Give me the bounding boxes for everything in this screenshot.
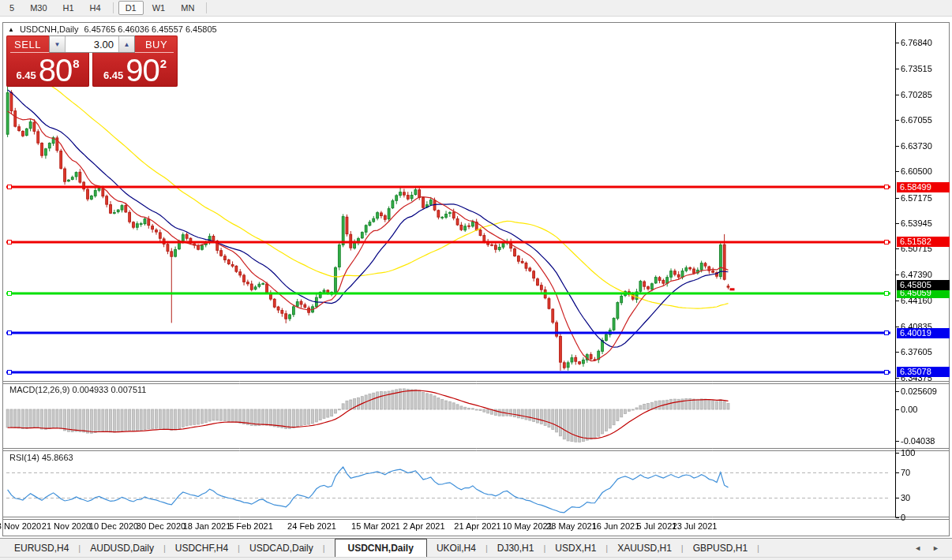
chart-tab-dj30-h1[interactable]: DJ30,H1 [493, 539, 551, 557]
time-axis-label: 5 Jul 2021 [637, 521, 677, 531]
sell-button[interactable]: SELL [6, 35, 49, 53]
toolbar-separator [206, 2, 207, 13]
tab-scroll-right-icon[interactable]: ► [932, 544, 939, 552]
price-axis-tick: 6.70285 [901, 90, 932, 99]
volume-increase-icon[interactable]: ▲ [118, 36, 134, 52]
chart-tab-usdchf-h4[interactable]: USDCHF,H4 [171, 539, 245, 557]
one-click-trade-panel: SELL 6.45 80 8 BUY 6.45 90 2 ▼ 3.00 ▲ [6, 35, 178, 87]
price-chart-canvas[interactable] [0, 22, 952, 536]
price-axis-tick: 6.76840 [901, 38, 932, 47]
timeframe-button-5[interactable]: 5 [2, 1, 21, 15]
chart-tab-usdx-h1[interactable]: USDX,H1 [550, 539, 613, 557]
price-axis-tick: 6.53945 [901, 218, 932, 228]
time-axis-label: 21 Nov 2020 [42, 521, 91, 531]
macd-axis-tick: -0.04038 [901, 436, 935, 446]
price-axis-tick: 6.60500 [901, 166, 932, 176]
tab-scroll-arrows: ◄► [914, 539, 952, 557]
chart-tab-audusd-daily[interactable]: AUDUSD,Daily [85, 539, 171, 557]
timeframe-button-m30[interactable]: M30 [23, 1, 54, 15]
sell-price-button[interactable]: 6.45 80 8 [6, 53, 89, 87]
sell-price-big: 80 [39, 54, 73, 86]
chart-tab-usdcnh-daily[interactable]: USDCNH,Daily [335, 539, 427, 557]
tab-scroll-left-icon[interactable]: ◄ [914, 544, 921, 552]
chart-window: ▲ USDCNH,Daily 6.45765 6.46036 6.45557 6… [0, 22, 952, 536]
price-axis-tick: 6.57175 [901, 193, 932, 203]
buy-price-button[interactable]: 6.45 90 2 [92, 53, 178, 87]
current-price-badge: 6.45805 [897, 280, 950, 290]
chart-symbol-label: USDCNH,Daily [20, 24, 79, 34]
chart-tab-usdcad-daily[interactable]: USDCAD,Daily [245, 539, 330, 557]
chart-tab-eurusd-h4[interactable]: EURUSD,H4 [9, 539, 85, 557]
time-axis-label: 5 Feb 2021 [229, 521, 273, 531]
chart-tab-gbpusd-h1[interactable]: GBPUSD,H1 [688, 539, 764, 557]
bottom-strip [0, 557, 952, 560]
toolbar-separator [113, 2, 114, 13]
price-axis-tick: 6.67055 [901, 115, 932, 125]
rsi-axis-tick: 30 [901, 493, 910, 502]
sell-price-sup: 8 [73, 57, 79, 70]
chart-tab-bar: EURUSD,H4AUDUSD,DailyUSDCHF,H4USDCAD,Dai… [0, 538, 952, 557]
buy-button[interactable]: BUY [135, 35, 178, 53]
level-price-badge: 6.40019 [897, 328, 950, 338]
timeframe-button-mn[interactable]: MN [174, 1, 201, 15]
time-axis-label: 28 May 2021 [546, 521, 597, 531]
time-axis-label: 3 Nov 2020 [0, 521, 41, 531]
chart-tab-ukoil-h4[interactable]: UKOil,H4 [432, 539, 493, 557]
chart-title: ▲ USDCNH,Daily 6.45765 6.46036 6.45557 6… [8, 24, 217, 34]
time-axis-label: 10 May 2021 [502, 521, 553, 531]
time-axis-label: 30 Dec 2020 [137, 521, 186, 531]
time-axis-label: 15 Mar 2021 [351, 521, 400, 531]
timeframe-button-h1[interactable]: H1 [56, 1, 81, 15]
level-price-badge: 6.58499 [897, 182, 950, 192]
rsi-label: RSI(14) 45.8663 [9, 453, 73, 462]
time-axis-label: 24 Feb 2021 [287, 521, 336, 531]
rsi-axis-tick: 70 [901, 468, 910, 477]
time-axis-label: 10 Dec 2020 [89, 521, 138, 531]
volume-input[interactable]: 3.00 [66, 36, 118, 52]
level-price-badge: 6.51582 [897, 237, 950, 247]
buy-price-big: 90 [126, 54, 159, 86]
timeframe-button-d1[interactable]: D1 [118, 1, 144, 15]
rsi-axis-tick: 0 [901, 513, 905, 522]
chart-tab-xauusd-h1[interactable]: XAUUSD,H1 [613, 539, 688, 557]
time-axis-label: 21 Apr 2021 [454, 521, 500, 531]
time-axis-label: 23 Jul 2021 [673, 521, 718, 531]
timeframe-toolbar: 5M30H1H4D1W1MN [0, 0, 952, 17]
buy-price-prefix: 6.45 [103, 69, 123, 81]
macd-label: MACD(12,26,9) 0.004933 0.007511 [9, 385, 146, 394]
price-axis-tick: 6.47390 [901, 270, 932, 279]
sell-price-prefix: 6.45 [16, 69, 36, 81]
level-price-badge: 6.35078 [897, 367, 950, 377]
timeframe-button-h4[interactable]: H4 [83, 1, 108, 15]
rsi-axis-tick: 100 [901, 448, 915, 457]
price-axis-tick: 6.73515 [901, 64, 932, 73]
buy-price-sup: 2 [160, 57, 167, 70]
timeframe-button-w1[interactable]: W1 [145, 1, 173, 15]
time-axis-label: 16 Jun 2021 [592, 521, 640, 531]
time-axis-label: 2 Apr 2021 [403, 521, 444, 531]
macd-axis-tick: 0.025609 [901, 386, 937, 396]
price-axis-tick: 6.63730 [901, 141, 932, 151]
volume-decrease-icon[interactable]: ▼ [50, 36, 66, 52]
macd-axis-tick: 0.00 [901, 405, 917, 414]
chart-ohlc-quote: 6.45765 6.46036 6.45557 6.45805 [84, 24, 216, 34]
volume-stepper: ▼ 3.00 ▲ [49, 35, 135, 53]
time-axis-label: 18 Jan 2021 [183, 521, 231, 531]
collapse-trade-panel-icon[interactable]: ▲ [8, 26, 14, 33]
price-axis-tick: 6.37605 [901, 347, 932, 357]
